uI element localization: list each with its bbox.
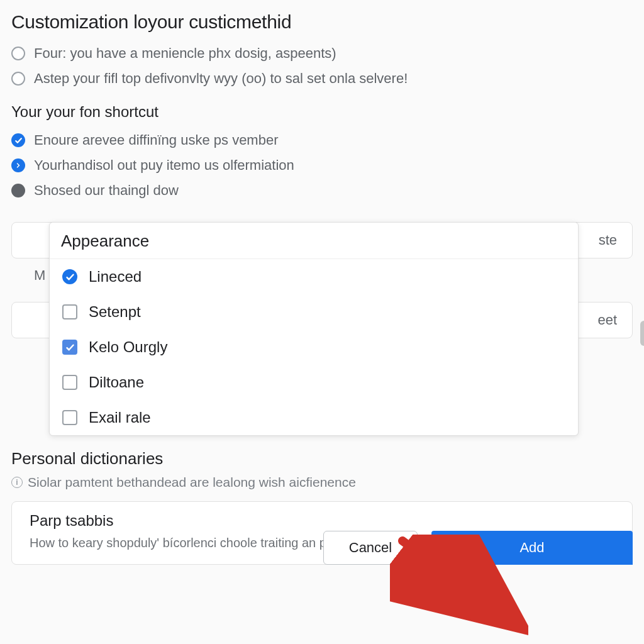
shortcut-item-1[interactable]: Enoure arevee diffinïng uske ps vember	[11, 132, 633, 148]
dropdown-option-setenpt[interactable]: Setenpt	[50, 294, 578, 330]
add-button[interactable]: Add	[431, 531, 633, 565]
dropdown-option-kelo[interactable]: Kelo Ourgly	[50, 330, 578, 365]
dropdown-option-label: Diltoane	[89, 374, 144, 391]
scrollbar-thumb[interactable]	[640, 321, 644, 346]
dropdown-option-exail[interactable]: Exail rale	[50, 400, 578, 435]
radio-icon	[11, 72, 25, 86]
subtitle-text: Siolar pamtent bethandead are lealong wi…	[28, 475, 356, 490]
arrow-circle-icon	[11, 158, 25, 172]
radio-icon	[11, 47, 25, 60]
customization-heading: Customization loyour custicmethid	[11, 11, 633, 33]
field-trailing-text: ste	[599, 232, 617, 248]
radio-label: Four: you have a meniencle phx dosig, as…	[34, 45, 336, 62]
appearance-dropdown[interactable]: Appearance Lineced Setenpt Kelo Ourgly D…	[49, 222, 579, 436]
shortcut-item-label: Enoure arevee diffinïng uske ps vember	[34, 132, 279, 148]
truncated-label: M	[34, 267, 45, 284]
shortcut-item-label: Yourhandisol out puy itemo us olfermiati…	[34, 157, 294, 174]
personal-dictionaries-subtitle: i Siolar pamtent bethandead are lealong …	[11, 475, 633, 490]
info-icon: i	[11, 477, 23, 488]
dropdown-option-diltoane[interactable]: Diltoane	[50, 365, 578, 400]
dropdown-option-label: Setenpt	[89, 303, 141, 321]
shortcut-item-2[interactable]: Yourhandisol out puy itemo us olfermiati…	[11, 157, 633, 174]
radio-label: Astep your fifl top defivonvlty wyy (oo)…	[34, 70, 408, 87]
radio-option-1[interactable]: Four: you have a meniencle phx dosig, as…	[11, 45, 633, 62]
dropdown-option-label: Kelo Ourgly	[89, 338, 167, 356]
check-circle-icon	[11, 133, 25, 147]
shortcut-heading: Your your fon shortcut	[11, 103, 633, 121]
checkbox-icon	[62, 410, 77, 425]
dropdown-header: Appearance	[50, 223, 578, 259]
dot-icon	[11, 184, 25, 197]
checkbox-icon	[62, 340, 77, 355]
radio-option-2[interactable]: Astep your fifl top defivonvlty wyy (oo)…	[11, 70, 633, 87]
checkbox-icon	[62, 375, 77, 390]
dropdown-option-lineced[interactable]: Lineced	[50, 259, 578, 294]
field-trailing-text: eet	[597, 312, 617, 328]
dialog-button-row: Cancel Add	[11, 525, 633, 566]
shortcut-item-3[interactable]: Shosed our thaingl dow	[11, 182, 633, 199]
personal-dictionaries-heading: Personal dictionaries	[11, 449, 633, 469]
dropdown-option-label: Lineced	[89, 268, 142, 286]
shortcut-item-label: Shosed our thaingl dow	[34, 182, 179, 199]
checkbox-icon	[62, 304, 77, 319]
cancel-button[interactable]: Cancel	[323, 531, 418, 565]
checkbox-icon	[62, 269, 77, 284]
dropdown-option-label: Exail rale	[89, 409, 151, 426]
